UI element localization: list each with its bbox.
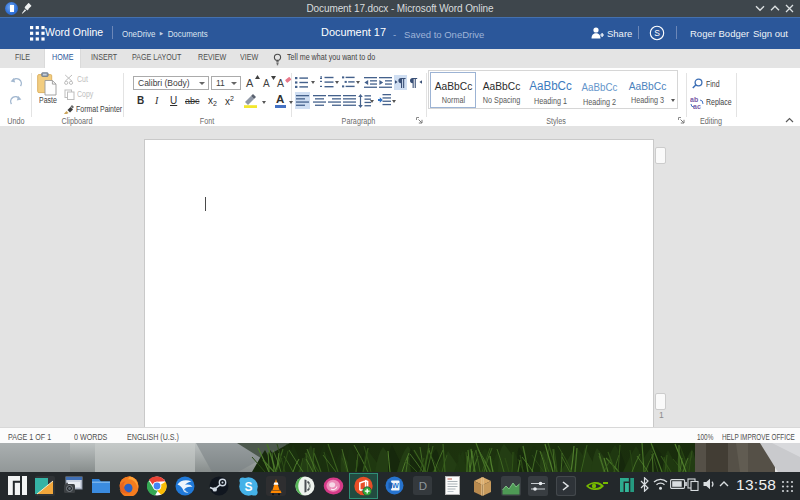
svg-text:S: S bbox=[654, 28, 660, 38]
svg-text:W: W bbox=[392, 481, 400, 490]
svg-text:S: S bbox=[244, 480, 252, 494]
svg-text:D: D bbox=[419, 480, 427, 492]
svg-text:ab: ab bbox=[690, 96, 698, 103]
svg-text:ac: ac bbox=[693, 103, 701, 109]
